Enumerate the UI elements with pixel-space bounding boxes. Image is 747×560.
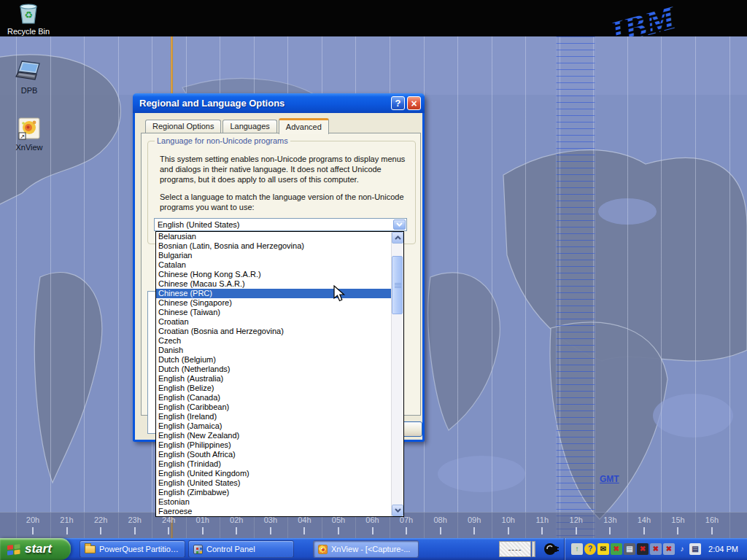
taskbar-task-button[interactable]: Control Panel [188,540,294,558]
network-device-icon[interactable]: ▤ [624,543,635,555]
scrollbar-track[interactable] [392,244,403,505]
language-option[interactable]: Dutch (Netherlands) [156,365,391,374]
language-option[interactable]: English (United States) [156,478,391,488]
start-button[interactable]: start [0,538,71,560]
taskbar-task-button[interactable]: PowerQuest Partition... [80,540,185,558]
svg-text:♻: ♻ [24,9,33,20]
power-plug-icon[interactable] [543,542,559,556]
language-dropdown-list: BelarusianBosnian (Latin, Bosnia and Her… [155,231,404,517]
language-option[interactable]: English (New Zealand) [156,431,391,440]
ibm-logo-text: IBM [606,0,681,41]
language-option[interactable]: English (United Kingdom) [156,469,391,478]
chevron-down-icon [395,508,401,513]
close-button[interactable]: × [407,96,421,110]
tab-advanced[interactable]: Advanced [279,118,329,134]
language-option[interactable]: Croatian (Bosnia and Herzegovina) [156,327,391,336]
dropdown-scrollbar[interactable] [391,232,403,516]
hour-label: 08h [433,516,446,524]
hour-tick [168,527,169,534]
combobox-dropdown-button[interactable] [393,219,406,230]
scroll-up-button[interactable] [392,232,403,244]
language-option[interactable]: English (Canada) [156,393,391,402]
icon-label: Recycle Bin [7,27,50,36]
language-option[interactable]: English (Zimbabwe) [156,488,391,497]
messenger-blocked-icon[interactable]: ✖ [611,543,622,555]
language-option[interactable]: English (Belize) [156,384,391,393]
language-option[interactable]: Estonian [156,497,391,507]
hour-label: 14h [638,516,651,524]
hour-tick [677,527,678,534]
volume-icon[interactable]: ♪ [676,543,688,555]
display-blocked-icon[interactable]: ✖ [637,543,649,555]
hour-tick [711,527,713,534]
hour-tick [440,527,441,534]
language-option[interactable]: Dutch (Belgium) [156,355,391,365]
drive-status-icon[interactable]: ▤ [689,543,701,555]
computer-blocked-icon[interactable]: ✖ [650,543,662,555]
language-option[interactable]: Faeroese [156,507,391,516]
language-option[interactable]: English (Jamaica) [156,421,391,431]
hour-tick [372,527,374,534]
sprout-icon[interactable]: ↑ [571,543,583,555]
hour-label: 09h [468,516,481,524]
taskbar-clock[interactable]: 2:04 PM [708,545,738,553]
task-button-label: Control Panel [206,545,255,553]
language-option[interactable]: Czech [156,336,391,346]
mail-alert-icon[interactable]: ✉ [597,543,609,555]
help-button[interactable]: ? [391,96,405,110]
language-option[interactable]: Chinese (PRC) [156,289,391,298]
icon-label: XnView [7,143,51,152]
groupbox-caption: Language for non-Unicode programs [155,136,290,145]
language-combobox[interactable]: English (United States) [154,218,407,231]
connection-blocked-icon[interactable]: ✖ [663,543,675,555]
language-option[interactable]: Bulgarian [156,251,391,260]
language-option[interactable]: Chinese (Taiwan) [156,308,391,317]
combobox-value: English (United States) [155,220,393,229]
language-option[interactable]: English (Australia) [156,374,391,384]
deskband-status[interactable]: ---- [499,541,531,557]
instruction-text: Select a language to match the language … [160,192,408,212]
desktop: IBM GMT 20h21h22h23h24h01h02h03h [0,0,747,560]
hour-tick [202,527,204,534]
desktop-icon-xnview[interactable]: ↗ XnView [7,117,51,152]
language-option[interactable]: English (Philippines) [156,440,391,450]
taskbar-task-button[interactable]: XnView - [<Capture-... [313,540,419,558]
hour-tick [66,527,68,534]
language-option[interactable]: English (Caribbean) [156,402,391,412]
language-option[interactable]: English (South Africa) [156,450,391,459]
description-text: This system setting enables non-Unicode … [160,154,408,184]
language-option[interactable]: Croatian [156,317,391,327]
language-option[interactable]: Belarusian [156,232,391,241]
hour-label: 23h [128,516,141,524]
hour-tick [100,527,101,534]
start-label: start [25,542,52,556]
tab-regional-options[interactable]: Regional Options [145,120,221,133]
desktop-icon-recycle-bin[interactable]: ♻ Recycle Bin [7,2,50,36]
hour-tick [541,527,543,534]
dialog-titlebar[interactable]: Regional and Language Options ? × [133,93,425,113]
task-button-label: PowerQuest Partition... [99,545,180,553]
language-option[interactable]: Bosnian (Latin, Bosnia and Herzegovina) [156,241,391,251]
language-option[interactable]: Danish [156,346,391,355]
help-support-icon[interactable]: ? [584,543,596,555]
language-option[interactable]: English (Trinidad) [156,459,391,469]
hour-tick [32,527,34,534]
chevron-down-icon [396,222,403,227]
language-option[interactable]: Chinese (Singapore) [156,298,391,308]
hour-tick [338,527,339,534]
hour-tick [270,527,271,534]
tab-languages[interactable]: Languages [222,120,276,133]
deskband-grip-handle[interactable] [532,541,535,557]
chevron-up-icon [395,236,401,240]
language-option[interactable]: Chinese (Macau S.A.R.) [156,279,391,289]
scroll-down-button[interactable] [392,505,403,516]
language-option[interactable]: Catalan [156,260,391,270]
hour-tick [643,527,645,534]
svg-text:↗: ↗ [20,133,25,140]
hour-tick [134,527,136,534]
desktop-icon-dpb[interactable]: DPB [7,60,51,95]
language-option[interactable]: English (Ireland) [156,412,391,421]
scrollbar-thumb[interactable] [392,256,403,314]
language-option[interactable]: Chinese (Hong Kong S.A.R.) [156,270,391,279]
hour-tick [473,527,475,534]
